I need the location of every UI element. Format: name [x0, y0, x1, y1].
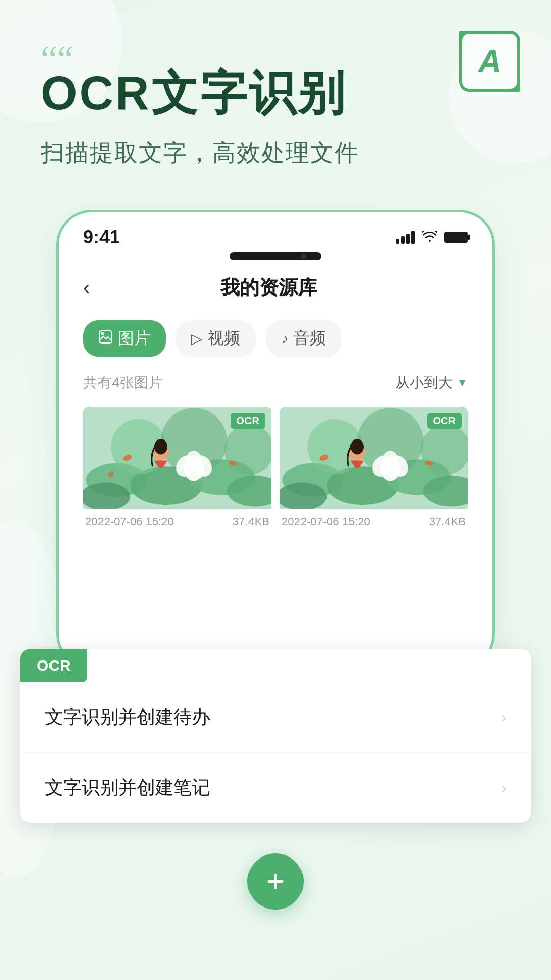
- phone-mockup: 9:41: [56, 210, 495, 669]
- audio-tab-label: 音频: [293, 327, 326, 350]
- nav-title: 我的资源库: [100, 275, 437, 301]
- tab-images[interactable]: 图片: [83, 320, 166, 357]
- phone-time: 9:41: [83, 227, 120, 248]
- image-tab-icon: [98, 330, 113, 348]
- image-thumbnail-1: OCR: [83, 407, 271, 509]
- image-thumbnail-2: OCR: [280, 407, 468, 509]
- subtitle: 扫描提取文字，高效处理文件: [41, 137, 510, 169]
- ocr-popup: OCR 文字识别并创建待办 › 文字识别并创建笔记 ›: [20, 649, 531, 823]
- svg-point-32: [383, 451, 398, 471]
- image-info-1: 2022-07-06 15:20 37.4KB: [83, 509, 271, 530]
- sort-button[interactable]: 从小到大 ▼: [395, 373, 468, 393]
- ocr-popup-container: OCR 文字识别并创建待办 › 文字识别并创建笔记 ›: [0, 649, 551, 823]
- image-date-1: 2022-07-06 15:20: [85, 515, 174, 528]
- file-count-row: 共有4张图片 从小到大 ▼: [59, 369, 492, 403]
- signal-icon: [396, 231, 415, 244]
- ocr-popup-header: OCR: [20, 649, 87, 682]
- fab-plus-icon: +: [266, 866, 284, 897]
- video-tab-label: 视频: [208, 327, 240, 350]
- image-size-1: 37.4KB: [233, 515, 269, 528]
- ocr-menu-text-todo: 文字识别并创建待办: [45, 705, 210, 730]
- svg-point-16: [154, 439, 167, 454]
- image-grid: OCR 2022-07-06 15:20 37.4KB: [59, 403, 492, 551]
- dynamic-island: [230, 252, 321, 260]
- audio-tab-icon: ♪: [281, 330, 288, 347]
- chevron-right-icon-todo: ›: [502, 709, 506, 726]
- image-card-2[interactable]: OCR 2022-07-06 15:20 37.4KB: [280, 407, 468, 530]
- phone-nav: ‹ 我的资源库: [59, 260, 492, 315]
- phone-status-icons: [396, 229, 468, 246]
- back-button[interactable]: ‹: [83, 276, 90, 299]
- header-section: A ““ OCR文字识别 扫描提取文字，高效处理文件: [0, 41, 551, 169]
- quote-marks: ““: [41, 41, 510, 78]
- chevron-right-icon-note: ›: [502, 780, 506, 796]
- image-tab-label: 图片: [118, 327, 151, 350]
- file-count-text: 共有4张图片: [83, 373, 163, 393]
- video-tab-icon: ▷: [191, 330, 203, 347]
- ocr-menu-text-note: 文字识别并创建笔记: [45, 775, 210, 800]
- category-tabs: 图片 ▷ 视频 ♪ 音频: [59, 315, 492, 369]
- sort-label: 从小到大: [395, 373, 453, 393]
- image-date-2: 2022-07-06 15:20: [282, 515, 370, 528]
- fab-section: +: [0, 823, 551, 930]
- image-info-2: 2022-07-06 15:20 37.4KB: [280, 509, 468, 530]
- svg-point-14: [186, 451, 202, 471]
- image-size-2: 37.4KB: [429, 515, 466, 528]
- status-bar: 9:41: [59, 212, 492, 256]
- ocr-menu-item-todo[interactable]: 文字识别并创建待办 ›: [20, 682, 531, 753]
- phone-wrapper: 9:41: [56, 210, 495, 669]
- image-card-1[interactable]: OCR 2022-07-06 15:20 37.4KB: [83, 407, 271, 530]
- ocr-menu-item-note[interactable]: 文字识别并创建笔记 ›: [20, 753, 531, 823]
- tab-audio[interactable]: ♪ 音频: [266, 320, 341, 357]
- svg-point-34: [350, 439, 364, 454]
- ocr-badge-2: OCR: [427, 413, 462, 429]
- svg-rect-1: [101, 332, 104, 335]
- tab-video[interactable]: ▷ 视频: [176, 320, 256, 357]
- wifi-icon: [422, 229, 437, 246]
- fab-add-button[interactable]: +: [247, 853, 304, 910]
- sort-arrow-icon: ▼: [457, 376, 468, 389]
- ocr-badge-1: OCR: [231, 413, 265, 429]
- battery-icon: [444, 232, 468, 243]
